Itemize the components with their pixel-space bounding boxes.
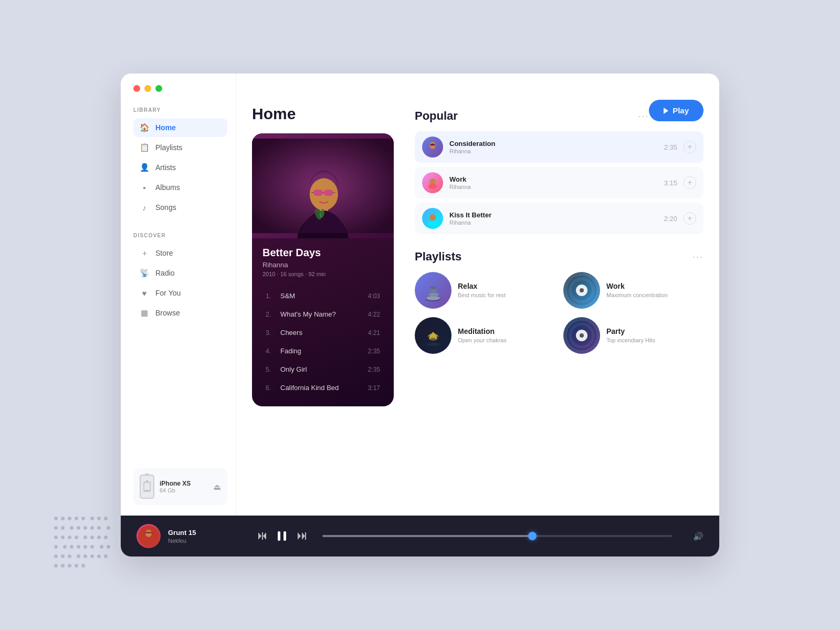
progress-thumb[interactable] — [528, 532, 537, 540]
albums-icon: ▪ — [140, 183, 149, 192]
svg-point-19 — [428, 184, 437, 189]
svg-point-34 — [570, 324, 593, 347]
eject-icon[interactable]: ⏏ — [213, 482, 221, 492]
playlist-item-party[interactable]: Party Top incendiary Hits — [563, 317, 704, 354]
track-name-4: Fading — [280, 347, 368, 355]
track-name-3: Cheers — [280, 329, 368, 337]
track-name-1: S&M — [280, 292, 368, 300]
svg-rect-46 — [305, 532, 306, 540]
now-playing-artwork — [136, 524, 161, 548]
popular-artist-3: Rihanna — [449, 219, 658, 226]
playlist-info-relax: Relax Best music for rest — [458, 282, 506, 299]
sidebar-item-foryou[interactable]: ♥ For You — [133, 284, 227, 302]
page-title: Home — [252, 105, 394, 123]
browse-icon: ▦ — [140, 308, 149, 318]
popular-duration-3: 2:20 — [664, 215, 677, 223]
progress-bar[interactable] — [322, 535, 672, 537]
svg-rect-43 — [284, 531, 286, 541]
heart-icon: ♥ — [140, 288, 149, 298]
track-row-5[interactable]: 5. Only Girl 2:35 — [255, 360, 391, 379]
sidebar-item-playlists[interactable]: 📋 Playlists — [133, 138, 227, 157]
svg-point-3 — [146, 490, 148, 491]
sidebar-item-albums[interactable]: ▪ Albums — [133, 178, 227, 197]
playlists-icon: 📋 — [140, 143, 149, 152]
artists-icon: 👤 — [140, 163, 149, 172]
track-row-2[interactable]: 2. What's My Name? 4:22 — [255, 305, 391, 323]
songs-icon: ♪ — [140, 203, 149, 212]
svg-rect-2 — [146, 480, 148, 481]
popular-more-options[interactable]: ··· — [638, 111, 649, 122]
popular-add-1[interactable]: + — [684, 141, 696, 153]
popular-name-3: Kiss It Better — [449, 211, 658, 219]
svg-rect-22 — [428, 222, 437, 225]
sidebar: LIBRARY 🏠 Home 📋 Playlists 👤 Artists ▪ A… — [121, 74, 236, 516]
track-number-3: 3. — [266, 329, 276, 337]
playlist-name-party: Party — [606, 327, 655, 335]
sidebar-item-songs-label: Songs — [155, 203, 176, 212]
playlists-section-header: Playlists ··· — [415, 250, 704, 264]
playlist-desc-party: Top incendiary Hits — [606, 337, 655, 344]
popular-item-2[interactable]: Work Rihanna 3:15 + — [415, 167, 704, 198]
svg-rect-8 — [324, 190, 333, 196]
sidebar-item-browse[interactable]: ▦ Browse — [133, 303, 227, 322]
store-icon: ＋ — [140, 248, 149, 258]
track-duration-2: 4:22 — [368, 311, 380, 318]
player-controls — [257, 530, 307, 542]
track-duration-4: 2:35 — [368, 348, 380, 355]
progress-area — [322, 535, 672, 537]
album-card: Better Days Rihanna 2010 · 16 songs · 92… — [252, 133, 394, 406]
popular-artist-1: Rihanna — [449, 148, 658, 154]
track-name-6: California Kind Bed — [280, 384, 368, 392]
album-artist: Rihanna — [262, 261, 383, 269]
popular-item-3[interactable]: Kiss It Better Rihanna 2:20 + — [415, 203, 704, 234]
svg-marker-44 — [298, 532, 301, 540]
svg-rect-42 — [278, 531, 280, 541]
album-meta: 2010 · 16 songs · 92 min — [262, 271, 383, 277]
playlist-item-meditation[interactable]: Meditation Open your chakras — [415, 317, 555, 354]
prev-track-button[interactable] — [257, 531, 267, 541]
playlist-desc-work: Maximum concentration — [606, 291, 668, 299]
track-number-4: 4. — [266, 348, 276, 355]
home-icon: 🏠 — [140, 123, 149, 132]
sidebar-item-radio[interactable]: 📡 Radio — [133, 264, 227, 282]
minimize-button[interactable] — [144, 85, 151, 92]
sidebar-item-songs[interactable]: ♪ Songs — [133, 198, 227, 217]
sidebar-item-store[interactable]: ＋ Store — [133, 244, 227, 262]
track-row-4[interactable]: 4. Fading 2:35 — [255, 342, 391, 360]
playlist-item-relax[interactable]: Relax Best music for rest — [415, 272, 555, 309]
playlists-more-options[interactable]: ··· — [692, 251, 704, 262]
popular-add-3[interactable]: + — [684, 212, 696, 225]
album-info: Better Days Rihanna 2010 · 16 songs · 92… — [252, 238, 394, 282]
playlist-item-work[interactable]: Work Maximum concentration — [563, 272, 704, 309]
play-button-label: Play — [673, 106, 689, 115]
sidebar-item-artists[interactable]: 👤 Artists — [133, 158, 227, 177]
sidebar-item-home-label: Home — [155, 123, 176, 132]
popular-duration-2: 3:15 — [664, 179, 677, 187]
playlist-name-work: Work — [606, 282, 668, 290]
playlist-cover-relax — [415, 272, 452, 309]
popular-item-1[interactable]: Consideration Rihanna 2:35 + — [415, 131, 704, 163]
playlist-name-meditation: Meditation — [458, 327, 507, 335]
album-title: Better Days — [262, 247, 383, 259]
track-row-3[interactable]: 3. Cheers 4:21 — [255, 323, 391, 342]
playlist-name-relax: Relax — [458, 282, 506, 290]
discover-section-label: DISCOVER — [133, 233, 227, 238]
popular-add-2[interactable]: + — [684, 176, 696, 189]
svg-point-29 — [570, 279, 593, 302]
svg-rect-7 — [313, 190, 323, 196]
next-track-button[interactable] — [297, 531, 307, 541]
traffic-lights — [133, 85, 162, 92]
svg-point-25 — [428, 293, 439, 297]
sidebar-item-home[interactable]: 🏠 Home — [133, 118, 227, 137]
track-number-5: 5. — [266, 366, 276, 373]
track-duration-5: 2:35 — [368, 366, 380, 373]
close-button[interactable] — [133, 85, 140, 92]
play-pause-button[interactable] — [276, 530, 288, 542]
maximize-button[interactable] — [155, 85, 162, 92]
track-row-6[interactable]: 6. California Kind Bed 3:17 — [255, 379, 391, 397]
track-row-1[interactable]: 1. S&M 4:03 — [255, 287, 391, 305]
popular-info-2: Work Rihanna — [449, 175, 658, 190]
radio-icon: 📡 — [140, 268, 149, 278]
track-duration-1: 4:03 — [368, 292, 380, 300]
play-button[interactable]: Play — [649, 100, 704, 121]
